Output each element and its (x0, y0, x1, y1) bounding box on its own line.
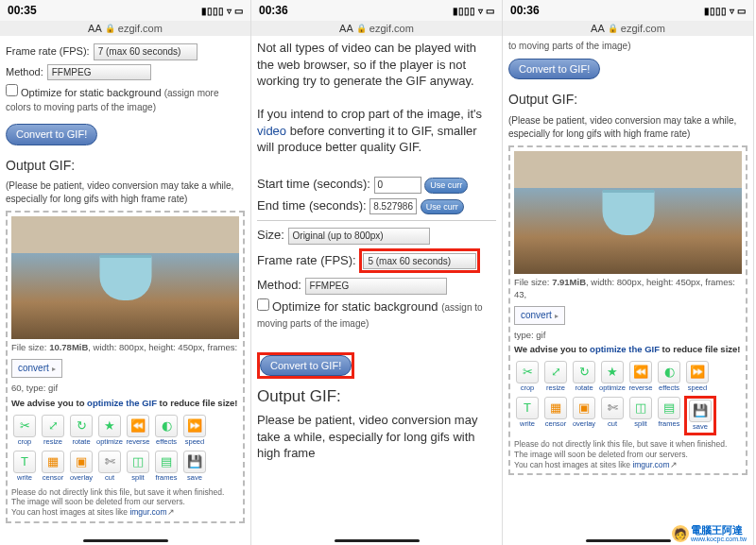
fps-label: Frame rate (FPS): (257, 253, 356, 267)
write-tool[interactable]: Twrite (11, 450, 38, 484)
resize-tool[interactable]: ⤢resize (542, 360, 569, 394)
censor-tool[interactable]: ▦censor (40, 450, 66, 484)
overlay-tool[interactable]: ▣overlay (571, 396, 597, 430)
lock-icon: 🔒 (105, 24, 115, 33)
optimize-tool[interactable]: ★optimize (599, 360, 626, 394)
output-box: File size: 10.78MiB, width: 800px, heigh… (6, 211, 245, 522)
address-bar[interactable]: AA 🔒 ezgif.com (251, 21, 502, 36)
start-input[interactable]: 0 (374, 177, 421, 194)
para-2: If you intend to crop part of the image,… (257, 106, 496, 156)
address-bar[interactable]: AA 🔒 ezgif.com (0, 21, 250, 36)
frames-tool[interactable]: ▤frames (656, 396, 682, 430)
convert-link[interactable]: convert▸ (514, 306, 565, 325)
aa-button[interactable]: AA (339, 23, 353, 34)
convert-button[interactable]: Convert to GIF! (6, 124, 97, 145)
speed-tool[interactable]: ⏩speed (181, 414, 208, 448)
resize-tool[interactable]: ⤢resize (40, 414, 66, 448)
start-label: Start time (seconds): (257, 177, 370, 191)
footer-note: Please do not directly link this file, b… (514, 439, 742, 469)
speed-tool[interactable]: ⏩speed (684, 360, 711, 394)
cut-tool[interactable]: ✄cut (599, 396, 626, 430)
clock: 00:36 (510, 4, 540, 17)
convert-link[interactable]: convert▸ (11, 359, 62, 378)
cut-tool[interactable]: ✄cut (96, 450, 123, 484)
tool-row-1: ✂crop ⤢resize ↻rotate ★optimize ⏪reverse… (514, 360, 742, 394)
optimize-checkbox[interactable] (6, 84, 18, 96)
end-input[interactable]: 8.527986 (369, 198, 417, 215)
convert-button[interactable]: Convert to GIF! (260, 355, 352, 377)
file-meta: File size: 7.91MiB, width: 800px, height… (514, 277, 742, 301)
footer-note: Please do not directly link this file, b… (11, 487, 239, 518)
tool-row-2: Twrite ▦censor ▣overlay ✄cut ◫split ▤fra… (11, 450, 239, 484)
reverse-tool[interactable]: ⏪reverse (125, 414, 151, 448)
frames-tool[interactable]: ▤frames (153, 450, 180, 484)
home-indicator[interactable] (586, 539, 671, 542)
convert-button[interactable]: Convert to GIF! (508, 59, 600, 80)
write-tool[interactable]: Twrite (514, 396, 541, 430)
ios-status-bar: 00:36 ▮▯▯▯ ▿ ▭ (503, 0, 753, 21)
top-txt: to moving parts of the image) (508, 40, 747, 53)
optimize-tool[interactable]: ★optimize (96, 414, 123, 448)
crop-tool[interactable]: ✂crop (11, 414, 38, 448)
use-current-start[interactable]: Use curr (424, 178, 468, 193)
rotate-tool[interactable]: ↻rotate (68, 414, 94, 448)
opt-label: Optimize for static background (21, 87, 162, 98)
fps-select[interactable]: 7 (max 60 seconds) (94, 43, 198, 60)
patient-note: (Please be patient, video conversion may… (6, 179, 245, 205)
lock-icon: 🔒 (608, 24, 618, 33)
overlay-tool[interactable]: ▣overlay (68, 450, 94, 484)
save-tool[interactable]: 💾save (687, 399, 713, 433)
effects-tool[interactable]: ◐effects (153, 414, 180, 448)
effects-tool[interactable]: ◐effects (656, 360, 682, 394)
watermark: 🧑 電腦王阿達www.kocpc.com.tw (669, 524, 749, 543)
para-1: Not all types of video can be played wit… (257, 40, 496, 90)
method-select[interactable]: FFMPEG (47, 64, 151, 81)
wifi-icon: ▿ (730, 6, 734, 16)
page-content: Not all types of video can be played wit… (251, 36, 502, 466)
advise-text: We advise you to optimize the GIF to red… (11, 398, 239, 410)
clock: 00:36 (259, 4, 288, 17)
output-heading: Output GIF: (257, 386, 496, 408)
file-meta: File size: 10.78MiB, width: 800px, heigh… (11, 342, 239, 354)
screenshot-2: 00:36 ▮▯▯▯ ▿ ▭ AA 🔒 ezgif.com Not all ty… (251, 0, 503, 545)
save-tool[interactable]: 💾save (181, 450, 208, 484)
crop-tool[interactable]: ✂crop (514, 360, 541, 394)
reverse-tool[interactable]: ⏪reverse (627, 360, 654, 394)
home-indicator[interactable] (83, 539, 168, 542)
ios-status-bar: 00:36 ▮▯▯▯ ▿ ▭ (251, 0, 502, 21)
url-text: ezgif.com (369, 23, 414, 34)
censor-tool[interactable]: ▦censor (542, 396, 569, 430)
home-indicator[interactable] (335, 539, 420, 542)
size-select[interactable]: Original (up to 800px) (288, 228, 430, 245)
signal-icon: ▮▯▯▯ (704, 6, 727, 16)
wifi-icon: ▿ (478, 6, 483, 16)
battery-icon: ▭ (234, 6, 243, 16)
video-link[interactable]: video (257, 124, 286, 138)
aa-button[interactable]: AA (591, 23, 605, 34)
clock: 00:35 (8, 4, 37, 17)
output-heading: Output GIF: (6, 157, 245, 175)
tool-row-1: ✂crop ⤢resize ↻rotate ★optimize ⏪reverse… (11, 414, 239, 448)
tool-row-2: Twrite ▦censor ▣overlay ✄cut ◫split ▤fra… (514, 396, 742, 435)
status-icons: ▮▯▯▯ ▿ ▭ (453, 6, 494, 16)
rotate-tool[interactable]: ↻rotate (571, 360, 597, 394)
split-tool[interactable]: ◫split (125, 450, 151, 484)
gif-preview (11, 216, 239, 339)
use-current-end[interactable]: Use curr (421, 199, 464, 214)
screenshot-1: 00:35 ▮▯▯▯ ▿ ▭ AA 🔒 ezgif.com Frame rate… (0, 0, 251, 545)
optimize-checkbox[interactable] (257, 298, 269, 311)
patient-note: Please be patient, video conversion may … (257, 412, 496, 462)
highlight-save: 💾save (684, 396, 716, 435)
method-select[interactable]: FFMPEG (305, 278, 447, 295)
method-label: Method: (6, 65, 43, 79)
battery-icon: ▭ (737, 6, 746, 16)
aa-button[interactable]: AA (88, 23, 102, 34)
address-bar[interactable]: AA 🔒 ezgif.com (503, 21, 753, 36)
file-meta-2: convert▸ (11, 357, 239, 380)
fps-select[interactable]: 5 (max 60 seconds) (363, 253, 476, 270)
lock-icon: 🔒 (356, 24, 367, 33)
output-box: File size: 7.91MiB, width: 800px, height… (508, 145, 747, 475)
method-label: Method: (257, 278, 301, 292)
wifi-icon: ▿ (227, 6, 232, 16)
split-tool[interactable]: ◫split (627, 396, 654, 430)
